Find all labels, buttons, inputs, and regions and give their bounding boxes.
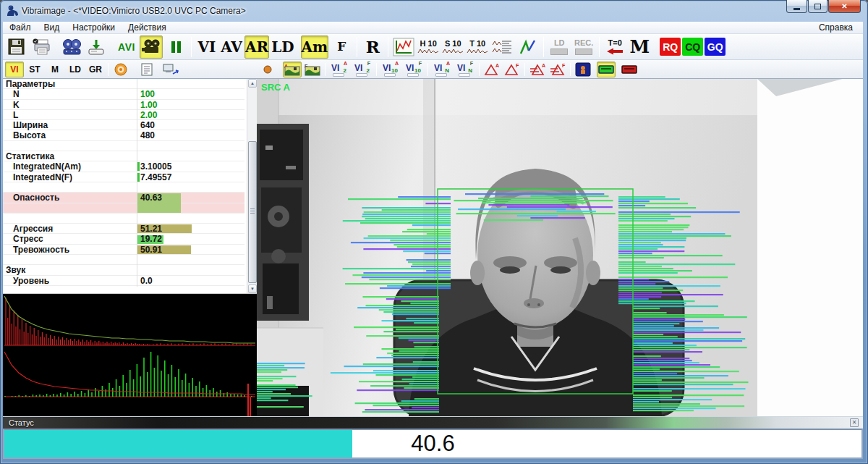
table-row: L2.00 bbox=[3, 110, 244, 120]
rq-button[interactable]: RQ bbox=[660, 38, 681, 56]
st-view-button[interactable]: ST bbox=[25, 62, 44, 77]
triangle-a-icon: A bbox=[483, 62, 501, 77]
print-button[interactable] bbox=[30, 35, 53, 59]
maximize-icon bbox=[814, 4, 821, 9]
table-row: Опасность40.63 bbox=[3, 193, 244, 203]
r-mode-button[interactable]: R bbox=[361, 35, 384, 59]
triangle-f-icon: F bbox=[503, 62, 521, 77]
floppy-icon bbox=[8, 38, 25, 56]
gray-slot-icon bbox=[575, 48, 592, 55]
maximize-button[interactable] bbox=[808, 0, 827, 13]
image-f-button[interactable]: F bbox=[303, 62, 322, 77]
squiggle-icon bbox=[467, 48, 488, 54]
table-row: Высота480 bbox=[3, 130, 244, 140]
menu-actions[interactable]: Действия bbox=[122, 22, 173, 33]
close-button[interactable]: ✕ bbox=[828, 0, 861, 13]
m-view-button[interactable]: M bbox=[46, 62, 64, 77]
table-row: IntegratedN(F)7.49557 bbox=[3, 172, 244, 182]
table-row bbox=[3, 203, 244, 214]
ld-view-button[interactable]: LD bbox=[66, 62, 85, 77]
image-a-button[interactable]: A bbox=[283, 62, 302, 77]
minimize-button[interactable] bbox=[786, 0, 807, 13]
pause-icon bbox=[169, 40, 182, 54]
avi-button[interactable]: AVI bbox=[115, 35, 138, 59]
target-icon bbox=[114, 63, 128, 76]
send-button[interactable] bbox=[162, 62, 181, 77]
table-row: K1.00 bbox=[3, 100, 244, 110]
delta-a-button[interactable]: A bbox=[482, 62, 501, 77]
m-mode-button[interactable]: M bbox=[628, 35, 651, 59]
vi10-f-button[interactable]: VIF10 bbox=[403, 62, 425, 77]
status-close-button[interactable]: ✕ bbox=[850, 418, 859, 427]
s10-button[interactable]: S 10 bbox=[441, 35, 464, 59]
table-row bbox=[3, 182, 244, 193]
n-curve-button[interactable] bbox=[516, 35, 540, 59]
export-button[interactable] bbox=[85, 35, 108, 59]
gr-view-button[interactable]: GR bbox=[86, 62, 105, 77]
table-row bbox=[3, 214, 244, 224]
triangle-lines-f-icon: F bbox=[549, 62, 566, 77]
delta-e-a-button[interactable]: A bbox=[528, 62, 547, 77]
vi-view-button[interactable]: VI bbox=[5, 62, 24, 77]
tab-shape bbox=[333, 73, 344, 77]
table-row: Тревожность50.91 bbox=[3, 245, 244, 255]
camera-button[interactable] bbox=[140, 35, 163, 59]
f-mode-button[interactable]: F bbox=[330, 35, 353, 59]
minimize-icon bbox=[793, 8, 800, 10]
panel-scrollbar[interactable]: ▲ ▼ bbox=[247, 79, 257, 293]
spectra-button[interactable] bbox=[490, 35, 515, 59]
vi2-f-button[interactable]: VIF2 bbox=[352, 62, 373, 77]
av-mode-button[interactable]: AV bbox=[220, 35, 243, 59]
delta-e-f-button[interactable]: F bbox=[548, 62, 567, 77]
gq-button[interactable]: GQ bbox=[705, 38, 726, 56]
svg-text:F: F bbox=[516, 63, 519, 68]
red-left-arrow-icon bbox=[605, 48, 624, 55]
menu-help[interactable]: Справка bbox=[814, 22, 857, 33]
red-bar-icon bbox=[621, 65, 637, 74]
parameters-panel: ПараметрыN100K1.00L2.00Ширина640Высота48… bbox=[3, 79, 257, 293]
menu-settings[interactable]: Настройки bbox=[66, 22, 122, 33]
vin-a-button[interactable]: VIAN bbox=[431, 62, 453, 77]
close-icon: ✕ bbox=[841, 2, 847, 10]
menu-file[interactable]: Файл bbox=[3, 22, 38, 33]
tab-shape bbox=[435, 73, 447, 77]
t0-reset-button[interactable]: T=0 bbox=[603, 35, 626, 59]
scrollbar-thumb[interactable] bbox=[248, 141, 257, 283]
vi2-a-button[interactable]: VIA2 bbox=[328, 62, 350, 77]
vi-mode-button[interactable]: VI bbox=[195, 35, 218, 59]
double-squiggle-icon bbox=[491, 39, 514, 55]
report-button[interactable] bbox=[137, 62, 156, 77]
table-row: Стресс19.72 bbox=[3, 234, 244, 244]
tab-shape bbox=[459, 73, 470, 77]
ld-mode-button[interactable]: LD bbox=[271, 35, 294, 59]
dot-button[interactable] bbox=[258, 62, 277, 77]
squiggle-icon bbox=[442, 48, 464, 54]
ar-mode-button[interactable]: AR bbox=[244, 35, 269, 59]
h10-button[interactable]: H 10 bbox=[417, 35, 440, 59]
status-label: Статус bbox=[9, 418, 34, 427]
cq-button[interactable]: CQ bbox=[682, 38, 703, 56]
pause-button[interactable] bbox=[164, 35, 187, 59]
app-window: Vibraimage - <*VIDEO:Vimicro USB2.0 UVC … bbox=[0, 0, 868, 464]
am-mode-button[interactable]: Am bbox=[301, 35, 329, 59]
vi10-a-button[interactable]: VIA10 bbox=[380, 62, 401, 77]
save-button[interactable] bbox=[5, 35, 28, 59]
table-row: Агрессия51.21 bbox=[3, 224, 244, 234]
tab-shape bbox=[356, 73, 367, 77]
blue-person-button[interactable] bbox=[574, 62, 592, 77]
target-button[interactable] bbox=[111, 62, 130, 77]
svg-text:F: F bbox=[562, 63, 566, 68]
film-button[interactable] bbox=[60, 35, 83, 59]
green-bar-button[interactable] bbox=[597, 62, 616, 77]
t10-button[interactable]: T 10 bbox=[466, 35, 489, 59]
title-bar[interactable]: Vibraimage - <*VIDEO:Vimicro USB2.0 UVC … bbox=[0, 0, 868, 22]
red-bar-button[interactable] bbox=[620, 62, 639, 77]
vin-f-button[interactable]: VIFN bbox=[454, 62, 476, 77]
delta-f-button[interactable]: F bbox=[503, 62, 522, 77]
menu-view[interactable]: Вид bbox=[38, 22, 67, 33]
scroll-up-arrow[interactable]: ▲ bbox=[248, 79, 257, 88]
scroll-down-arrow[interactable]: ▼ bbox=[248, 284, 257, 293]
tab-shape bbox=[384, 73, 396, 77]
graph-button[interactable] bbox=[392, 35, 415, 59]
window-title: Vibraimage - <*VIDEO:Vimicro USB2.0 UVC … bbox=[22, 6, 246, 16]
